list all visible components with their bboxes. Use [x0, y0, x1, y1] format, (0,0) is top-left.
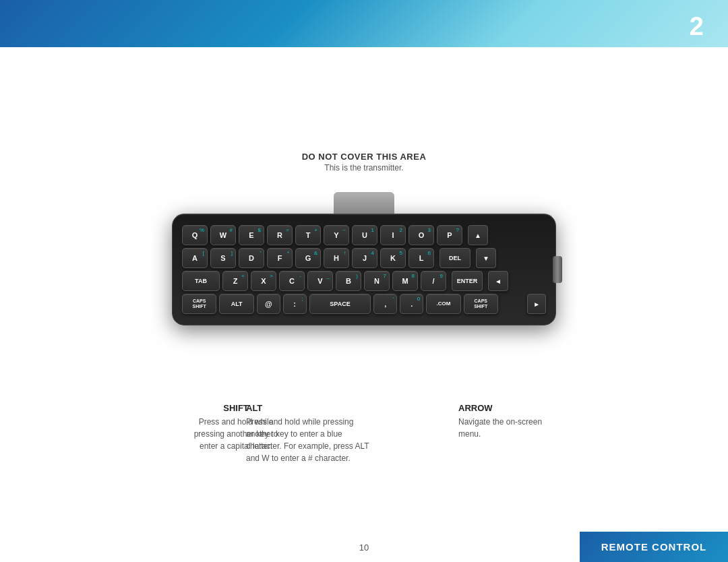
key-i[interactable]: 2I [380, 225, 406, 245]
key-row-3: TAB <Z >X -C _V )B 7N 8M 9/ ENTER ◄ [182, 271, 546, 291]
key-slash[interactable]: 9/ [421, 271, 446, 291]
key-p[interactable]: ?P [437, 225, 462, 245]
key-alt[interactable]: ALT [219, 294, 253, 314]
key-g[interactable]: &G [295, 248, 321, 268]
side-scroll[interactable] [553, 256, 562, 283]
key-k[interactable]: 5K [380, 248, 406, 268]
key-d[interactable]: 'D [239, 248, 264, 268]
alt-text: Press and hold while pressinganother key… [246, 416, 394, 464]
arrow-title: ARROW [458, 403, 566, 413]
key-y[interactable]: ~Y [324, 225, 349, 245]
key-a[interactable]: [A [182, 248, 208, 268]
key-u[interactable]: 1U [352, 225, 377, 245]
content-area: DO NOT COVER THIS AREA This is the trans… [0, 47, 728, 562]
key-arrow-right[interactable]: ► [527, 294, 546, 314]
annotation-arrow: ARROW Navigate the on-screenmenu. [458, 403, 566, 440]
key-arrow-down[interactable]: ▼ [476, 248, 496, 268]
key-enter[interactable]: ENTER [452, 271, 483, 291]
key-z[interactable]: <Z [222, 271, 248, 291]
arrow-text: Navigate the on-screenmenu. [458, 416, 566, 440]
key-colon[interactable]: ;: [283, 294, 307, 314]
key-at[interactable]: @ [257, 294, 280, 314]
key-caps-shift-left[interactable]: CAPSSHIFT [182, 294, 216, 314]
annotation-alt: ALT Press and hold while pressinganother… [246, 403, 394, 464]
key-row-2: [A ]S 'D *F &G !H 4J 5K 6L DEL ▼ [182, 248, 546, 268]
keyboard: %Q #W $E =R +T ~Y 1U 2I 3O ?P ▲ [A ]S [182, 225, 546, 314]
key-t[interactable]: +T [295, 225, 321, 245]
key-v[interactable]: _V [307, 271, 333, 291]
key-row-1: %Q #W $E =R +T ~Y 1U 2I 3O ?P ▲ [182, 225, 546, 245]
key-h[interactable]: !H [324, 248, 349, 268]
key-dotcom[interactable]: .COM [426, 294, 460, 314]
remote-body: %Q #W $E =R +T ~Y 1U 2I 3O ?P ▲ [A ]S [172, 214, 556, 325]
key-tab[interactable]: TAB [182, 271, 220, 291]
key-q[interactable]: %Q [182, 225, 208, 245]
transmitter-bump [334, 192, 394, 214]
arrow-right-icon: ► [533, 301, 540, 308]
arrow-up-icon: ▲ [475, 232, 481, 239]
key-row-4: CAPSSHIFT ALT @ ;: SPACE ', 0. .COM CAPS… [182, 294, 546, 314]
key-n[interactable]: 7N [364, 271, 390, 291]
transmitter-label: DO NOT COVER THIS AREA This is the trans… [302, 152, 427, 173]
key-f[interactable]: *F [267, 248, 293, 268]
arrow-left-icon: ◄ [495, 278, 502, 285]
del-label: DEL [449, 255, 461, 261]
do-not-cover-text: DO NOT COVER THIS AREA [302, 152, 427, 162]
key-o[interactable]: 3O [408, 225, 434, 245]
alt-title: ALT [246, 403, 394, 413]
key-m[interactable]: 8M [392, 271, 418, 291]
page-number: 2 [690, 12, 704, 41]
key-l[interactable]: 6L [408, 248, 434, 268]
key-comma[interactable]: ', [373, 294, 397, 314]
arrow-down-icon: ▼ [483, 255, 489, 262]
key-j[interactable]: 4J [352, 248, 377, 268]
remote-control-tab: REMOTE CONTROL [580, 532, 728, 562]
key-b[interactable]: )B [336, 271, 361, 291]
key-caps-shift-right[interactable]: CAPSSHIFT [464, 294, 498, 314]
key-r[interactable]: =R [267, 225, 293, 245]
key-arrow-left[interactable]: ◄ [488, 271, 508, 291]
key-e[interactable]: $E [239, 225, 264, 245]
key-c[interactable]: -C [279, 271, 305, 291]
key-x[interactable]: >X [251, 271, 276, 291]
transmitter-subtitle: This is the transmitter. [302, 163, 427, 173]
bottom-page-number: 10 [359, 542, 369, 553]
key-arrow-up[interactable]: ▲ [468, 225, 488, 245]
remote-control-device: %Q #W $E =R +T ~Y 1U 2I 3O ?P ▲ [A ]S [172, 192, 556, 325]
key-del[interactable]: DEL [439, 248, 471, 268]
key-s[interactable]: ]S [210, 248, 236, 268]
top-header [0, 0, 728, 47]
remote-control-label: REMOTE CONTROL [600, 541, 708, 553]
key-w[interactable]: #W [210, 225, 236, 245]
key-period[interactable]: 0. [400, 294, 423, 314]
key-space[interactable]: SPACE [309, 294, 371, 314]
enter-label: ENTER [457, 278, 478, 284]
